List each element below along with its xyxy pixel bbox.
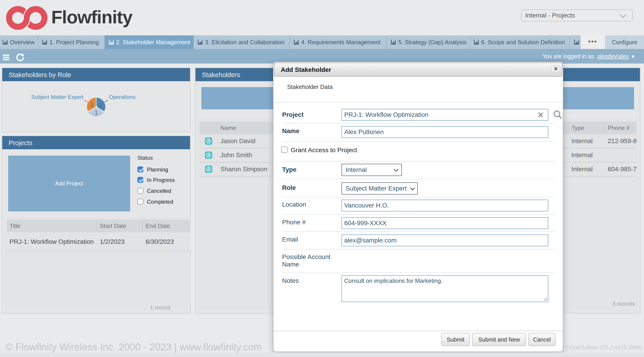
svg-text:1: 1 xyxy=(99,101,102,108)
svg-text:1: 1 xyxy=(90,101,94,108)
svg-text:1: 1 xyxy=(94,109,98,116)
